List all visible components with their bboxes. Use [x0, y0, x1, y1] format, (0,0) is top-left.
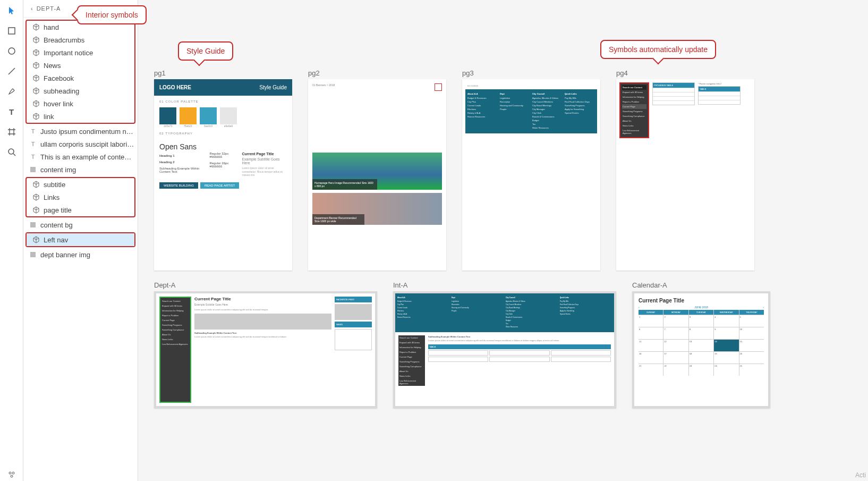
layer-label: page title [44, 206, 72, 214]
artboard-label[interactable]: pg3 [462, 69, 600, 79]
text-tool[interactable]: T [5, 105, 18, 118]
layer-label: hand [44, 23, 59, 31]
artboard-dept-a[interactable]: Dept-A Search our ContentExpand with 30 … [154, 281, 377, 408]
section-heading: 01 COLOR PALETTE [154, 96, 292, 107]
layer-item[interactable]: Facebook [27, 72, 134, 85]
ellipse-tool[interactable] [5, 45, 18, 57]
artboard-pg3[interactable]: pg3 01 11/2019 About A-ABudget & Revenue… [462, 69, 600, 271]
layer-item[interactable]: Important notice [27, 46, 134, 59]
square-icon [7, 27, 16, 35]
line-tool[interactable] [5, 65, 18, 78]
svg-rect-9 [30, 222, 36, 227]
rect-icon [29, 165, 37, 174]
artboard-label[interactable]: Dept-A [154, 281, 377, 291]
rect-icon [29, 221, 37, 229]
layer-label: Links [44, 193, 59, 201]
layer-item[interactable]: content bg [23, 218, 138, 231]
artboard-label[interactable]: Calendar-A [632, 281, 770, 291]
facebook-widget: FACEBOOK FEED [335, 297, 372, 302]
artboard-pg1[interactable]: pg1 LOGO HERE Style Guide 01 COLOR PALET… [154, 69, 292, 271]
page-title: Style Guide [259, 85, 287, 90]
svg-line-4 [13, 154, 15, 156]
layer-label: Facebook [44, 74, 74, 82]
svg-rect-0 [8, 28, 15, 34]
line-icon [7, 67, 16, 75]
layer-item[interactable]: Left nav [27, 233, 134, 246]
svg-rect-10 [30, 252, 36, 257]
artboard-label[interactable]: pg2 [308, 69, 446, 79]
svg-point-7 [11, 475, 13, 477]
watermark: Acti [855, 471, 866, 479]
layer-label: Breadcrumbs [44, 36, 84, 44]
svg-line-2 [8, 68, 15, 74]
layer-label: subtitle [44, 181, 65, 189]
rect-icon [29, 250, 37, 259]
assets-tool[interactable] [5, 468, 18, 481]
layer-label: News [44, 62, 61, 70]
symbol-icon [32, 235, 40, 244]
symbol-icon [32, 23, 40, 31]
symbol-icon [32, 74, 40, 82]
layer-item[interactable]: content img [23, 163, 138, 176]
layer-label: dept banner img [40, 251, 90, 259]
artboard-label[interactable]: pg4 [616, 69, 754, 79]
page-title: Current Page Title [194, 297, 331, 301]
svg-point-3 [8, 149, 14, 154]
svg-point-5 [9, 472, 11, 474]
layer-item[interactable]: subheading [27, 85, 134, 97]
layer-item[interactable]: subtitle [27, 178, 134, 191]
svg-point-6 [12, 472, 14, 474]
layer-item[interactable]: Tullam corporis suscipit laboriosa... [23, 138, 138, 150]
layer-item[interactable]: link [27, 110, 134, 123]
layer-item[interactable]: dept banner img [23, 248, 138, 261]
button-secondary: READ PAGE ARTIST [200, 182, 239, 189]
back-chevron-icon[interactable]: ‹ [31, 5, 33, 12]
mega-nav: About A-ABudget & RevenuesCity PlanCurre… [395, 293, 614, 332]
zoom-tool[interactable] [5, 146, 18, 158]
layer-item[interactable]: page title [27, 204, 134, 216]
artboard-pg4[interactable]: pg4 Search our ContentExpand with 30 ite… [616, 69, 754, 271]
text-icon: T [29, 140, 37, 148]
logo-text: LOGO HERE [159, 85, 191, 90]
svg-rect-8 [30, 167, 36, 172]
svg-point-1 [8, 48, 15, 54]
layer-item[interactable]: hover link [27, 97, 134, 110]
symbol-icon [32, 61, 40, 70]
canvas[interactable]: pg1 LOGO HERE Style Guide 01 COLOR PALET… [138, 0, 868, 481]
artboard-label[interactable]: Int-A [393, 281, 616, 291]
rectangle-tool[interactable] [5, 24, 18, 37]
layer-item[interactable]: Links [27, 191, 134, 204]
left-nav-symbol: Search our ContentExpand with 30 itemsIn… [619, 82, 649, 138]
button-primary: WEBSITE BUILDING [159, 182, 198, 189]
callout-symbols-update: Symbols automatically update [600, 40, 716, 59]
symbol-icon [32, 112, 40, 121]
symbol-icon [32, 99, 40, 108]
artboard-label[interactable]: pg1 [154, 69, 292, 79]
artboard-int-a[interactable]: Int-A About A-ABudget & RevenuesCity Pla… [393, 281, 616, 408]
callout-interior-symbols: Interior symbols [77, 5, 147, 24]
layer-item[interactable]: TThis is an example of content tex... [23, 150, 138, 163]
pen-tool[interactable] [5, 85, 18, 98]
layer-label: Important notice [44, 49, 93, 57]
assets-icon [7, 470, 16, 479]
layer-label: Justo ipsum condimentum nisi, i... [40, 128, 134, 136]
breadcrumb-title: DEPT-A [37, 5, 61, 12]
select-tool[interactable] [5, 4, 18, 17]
pointer-icon [7, 6, 16, 15]
layer-item[interactable]: TJusto ipsum condimentum nisi, i... [23, 125, 138, 138]
layer-label: ullam corporis suscipit laboriosa... [40, 140, 134, 148]
artboard-calendar-a[interactable]: Calendar-A Current Page Title ‹ JUNE 201… [632, 281, 770, 408]
zoom-icon [7, 148, 16, 156]
left-toolbar: T [0, 0, 23, 481]
mega-nav: About A-ABudget & RevenuesCity PlanCurre… [465, 89, 597, 133]
left-nav-symbol: Search our ContentExpand with 30 itemsIn… [398, 335, 425, 386]
layer-label: hover link [44, 100, 73, 108]
calendar-grid: SUNDAYMONDAYTUESDAYWEDNESDAYTHURSDAY1234… [639, 310, 764, 376]
dept-banner-image: Department Banner Recommended Size 1600 … [312, 193, 442, 225]
news-widget: NEWS [335, 322, 372, 327]
layer-item[interactable]: Breadcrumbs [27, 33, 134, 46]
artboard-tool[interactable] [5, 125, 18, 138]
pen-icon [7, 87, 16, 96]
artboard-pg2[interactable]: pg2 01 Banners > 2018 Homepage Hero Imag… [308, 69, 446, 271]
layer-item[interactable]: News [27, 59, 134, 72]
